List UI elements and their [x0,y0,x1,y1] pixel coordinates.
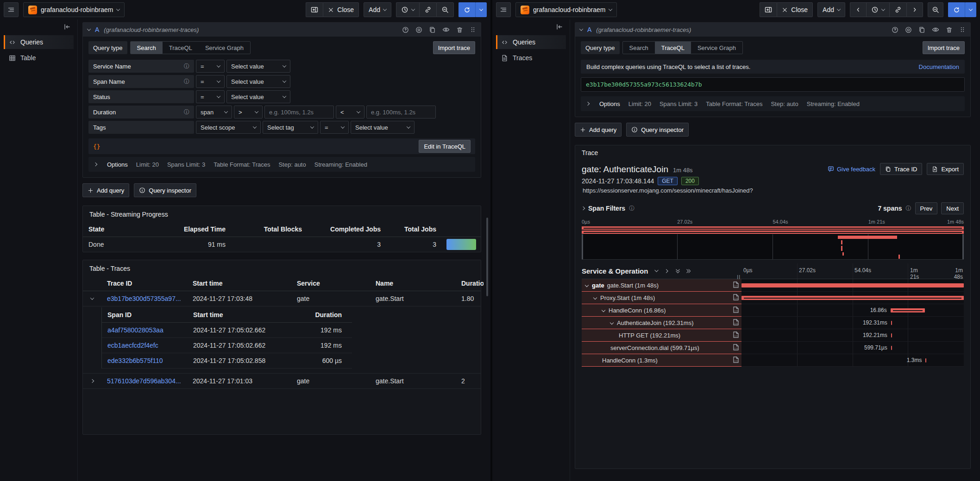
span-logs-icon[interactable]: LOG [733,356,739,364]
run-query-button[interactable] [459,2,476,17]
duration-min-input[interactable] [269,109,329,116]
span-tree-row[interactable]: HandleConn (1.3ms) LOG 1.3ms [582,354,964,367]
collapse-sidebar-icon[interactable] [63,23,71,31]
help-icon[interactable] [402,26,409,33]
span-bar[interactable] [891,346,892,350]
query-type-service-graph[interactable]: Service Graph [691,42,742,54]
span-logs-icon[interactable]: LOG [733,344,739,352]
give-feedback-link[interactable]: Give feedback [828,166,875,173]
record-icon[interactable] [415,26,422,33]
import-trace-button[interactable]: Import trace [433,41,475,54]
span-logs-icon[interactable]: LOG [733,319,739,327]
span-logs-icon[interactable]: LOG [733,306,739,314]
tags-value-select[interactable]: Select value [351,121,415,134]
run-query-interval-button[interactable] [476,2,487,17]
duration-scope-select[interactable]: span [196,106,232,119]
span-bar[interactable] [891,308,925,312]
duplicate-icon[interactable] [918,26,925,33]
scrollbar-thumb[interactable] [486,218,488,296]
add-query-button[interactable]: Add query [575,123,622,137]
sidebar-item-traces[interactable]: Traces [496,51,566,65]
time-shift-back-button[interactable] [850,2,866,17]
span-timeline[interactable]: 192.21ms [741,329,964,342]
minimap-viewport[interactable] [582,234,964,259]
close-pane-button[interactable]: Close [323,2,359,17]
chevron-down-icon[interactable] [593,296,597,300]
collapse-one-icon[interactable] [653,268,660,274]
span-id-link[interactable]: ede332b6b575f110 [102,353,188,368]
span-id-link[interactable]: ecb1aecfcd2f4efc [102,338,188,353]
query-row-header[interactable]: A (grafanacloud-robinbraemer-traces) [575,23,970,37]
delete-query-icon[interactable] [946,26,953,33]
span-tree-row[interactable]: AuthenticateJoin (192.31ms) LOG 192.31ms [582,317,964,329]
status-value-select[interactable]: Select value [226,90,290,103]
record-icon[interactable] [905,26,912,33]
span-id-link[interactable]: a4af7580028053aa [102,323,188,337]
split-view-button[interactable] [306,2,323,17]
span-timeline[interactable]: 16.86s [741,304,964,317]
zoom-out-button[interactable] [436,2,454,17]
chevron-right-icon[interactable] [581,206,585,210]
tags-scope-select[interactable]: Select scope [196,121,261,134]
query-type-traceql[interactable]: TraceQL [655,42,691,54]
span-bar[interactable] [741,296,964,300]
split-view-button[interactable] [760,2,777,17]
import-trace-button[interactable]: Import trace [923,41,965,54]
add-button[interactable]: Add [364,2,391,17]
copy-link-button[interactable] [419,2,436,17]
span-tree-row[interactable]: HandleConn (16.86s) LOG 16.86s [582,304,964,317]
hide-response-icon[interactable] [932,26,939,33]
drag-handle-icon[interactable] [470,26,476,33]
delete-query-icon[interactable] [456,26,463,33]
service-name-operator-select[interactable]: = [196,60,225,73]
zoom-out-button[interactable] [928,2,943,17]
trace-id-button[interactable]: Trace ID [880,163,922,175]
span-logs-icon[interactable]: LOG [733,331,739,339]
span-bar[interactable] [741,283,964,287]
span-timeline[interactable]: 599.71µs [741,342,964,354]
edit-in-traceql-button[interactable]: Edit in TraceQL [419,140,471,153]
query-type-traceql[interactable]: TraceQL [163,42,199,54]
documentation-link[interactable]: Documentation [919,63,959,70]
chevron-down-icon[interactable] [602,308,605,312]
sidebar-item-table[interactable]: Table [4,51,74,65]
chevron-down-icon[interactable] [585,283,589,287]
collapse-sidebar-icon[interactable] [556,23,563,31]
time-picker-button[interactable] [866,2,889,17]
status-operator-select[interactable]: = [196,90,225,103]
duplicate-icon[interactable] [429,26,436,33]
traceql-code-editor[interactable]: e3b17be300d57355a973c56133624b7b [581,77,965,92]
add-query-button[interactable]: Add query [82,183,129,197]
time-shift-forward-button[interactable] [906,2,923,17]
help-icon[interactable] [892,26,898,33]
span-logs-icon[interactable]: LOG [733,281,739,289]
sidebar-item-queries[interactable]: Queries [496,35,566,49]
span-bar[interactable] [925,358,926,362]
hide-response-icon[interactable] [442,26,450,33]
span-tree-row[interactable]: HTTP GET (192.21ms) LOG 192.21ms [582,329,964,342]
trace-id-link[interactable]: 5176103de7d596ab304... [101,374,187,388]
query-inspector-button[interactable]: Query inspector [626,123,689,137]
span-timeline[interactable]: 1.3ms [741,354,964,367]
collapse-row-icon[interactable] [90,296,94,300]
datasource-picker[interactable]: grafanacloud-robinbraem [23,2,125,17]
span-timeline[interactable] [741,292,964,304]
span-tree-row[interactable]: serverConnection.dial (599.71µs) LOG 599… [582,342,964,354]
span-timeline[interactable] [741,279,964,292]
span-tree-row[interactable]: gate gate.Start (1m 48s) LOG [582,279,964,292]
add-button[interactable]: Add [817,2,845,17]
span-bar[interactable] [891,321,892,325]
drag-handle-icon[interactable] [959,26,966,33]
run-query-button[interactable] [948,2,965,17]
tags-operator-select[interactable]: = [320,121,349,134]
collapse-all-icon[interactable] [675,268,681,274]
query-inspector-button[interactable]: Query inspector [134,183,196,197]
run-query-interval-button[interactable] [965,2,976,17]
export-button[interactable]: Export [927,163,964,175]
datasource-picker[interactable]: grafanacloud-robinbraem [515,2,617,17]
close-pane-button[interactable]: Close [777,2,813,17]
trace-timeline-minimap[interactable]: 0µs 27.02s 54.04s 1m 21s 1m 48s [582,219,964,260]
mega-menu-toggle-button[interactable] [4,2,19,17]
span-timeline[interactable]: 192.31ms [741,317,964,329]
next-span-button[interactable]: Next [941,202,964,214]
